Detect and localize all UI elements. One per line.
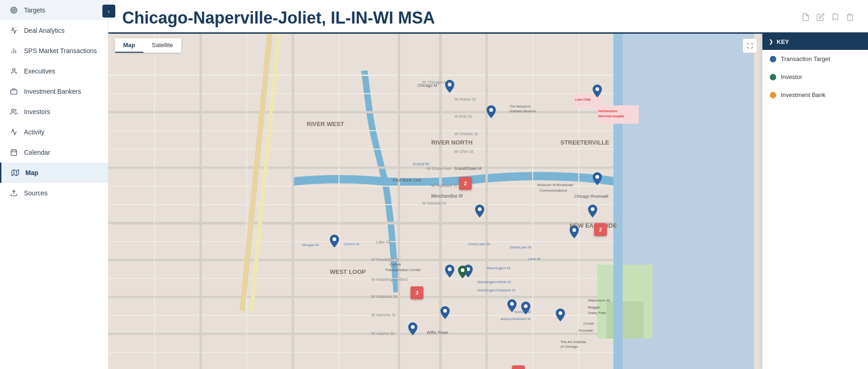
map-icon [11, 168, 20, 177]
svg-rect-9 [11, 150, 17, 156]
sidebar-item-sps-market-transactions[interactable]: SPS Market Transactions [0, 41, 108, 61]
sidebar-item-sources[interactable]: Sources [0, 183, 108, 203]
svg-text:W Erie St: W Erie St [454, 114, 472, 119]
marker-pin-14[interactable] [521, 302, 530, 316]
calendar-icon [9, 148, 18, 157]
marker-pin-2[interactable] [487, 105, 496, 120]
marker-pin-8[interactable] [570, 225, 579, 240]
key-label-0: Transaction Target [781, 55, 830, 62]
map-expand-button[interactable] [743, 38, 757, 53]
key-collapse-icon[interactable]: ❯ [769, 39, 773, 45]
svg-text:Grand M: Grand M [413, 162, 429, 166]
document-action-button[interactable] [802, 13, 810, 24]
svg-text:Fountain: Fountain [579, 328, 593, 333]
sidebar-collapse-button[interactable]: ‹ [102, 5, 115, 18]
key-dot-0 [770, 56, 776, 62]
sidebar-item-label-map: Map [25, 169, 38, 176]
marker-pin-5[interactable] [475, 205, 484, 219]
svg-text:Merchandise M: Merchandise M [431, 194, 463, 199]
marker-pin-12[interactable] [440, 306, 450, 321]
person-icon [9, 67, 18, 76]
svg-rect-47 [613, 34, 623, 369]
svg-text:Communications: Communications [540, 188, 567, 193]
sidebar-item-investors[interactable]: Investors [0, 102, 108, 122]
svg-text:Transportation Center: Transportation Center [385, 268, 421, 272]
svg-text:State/Lake M: State/Lake M [510, 245, 531, 249]
svg-text:Ogilvie: Ogilvie [390, 262, 401, 266]
svg-text:W Grand Ave: W Grand Ave [427, 166, 451, 171]
svg-text:Maggie: Maggie [588, 305, 600, 309]
marker-pin-13[interactable] [507, 299, 517, 314]
cluster-marker-1[interactable]: 2 [459, 177, 472, 190]
svg-text:Adams/Wabash M: Adams/Wabash M [500, 317, 530, 321]
svg-point-109 [572, 228, 576, 232]
marker-pin-4[interactable] [593, 172, 602, 187]
cluster-marker-3[interactable]: 3 [410, 286, 423, 299]
map-tab-satellite[interactable]: Satellite [143, 38, 181, 53]
chart-icon [9, 46, 18, 55]
sidebar-item-targets[interactable]: Targets [0, 0, 108, 20]
marker-pin-6[interactable] [588, 205, 597, 219]
svg-text:W Washington Blvd: W Washington Blvd [371, 277, 407, 282]
page-title: Chicago-Naperville-Joliet, IL-IN-WI MSA [122, 8, 435, 28]
key-item-0: Transaction Target [762, 50, 868, 68]
sidebar-item-label-sources: Sources [24, 189, 48, 197]
key-item-2: Investment Bank [762, 86, 868, 104]
map-tab-map[interactable]: Map [115, 38, 143, 53]
svg-text:Driehaus Museum: Driehaus Museum [510, 109, 536, 113]
svg-text:The Art Institute: The Art Institute [560, 340, 587, 344]
svg-point-104 [595, 87, 599, 91]
sidebar-item-activity[interactable]: Activity [0, 122, 108, 142]
key-dot-2 [770, 92, 776, 98]
svg-rect-7 [11, 90, 17, 94]
marker-pin-1[interactable] [445, 80, 454, 95]
sidebar-item-label-activity: Activity [24, 128, 44, 136]
svg-text:Daley Park: Daley Park [588, 311, 606, 315]
trash-action-button[interactable] [846, 13, 854, 24]
sidebar-item-map[interactable]: Map [0, 163, 108, 183]
svg-text:Clark/Lake M: Clark/Lake M [468, 242, 490, 246]
key-title-label: KEY [777, 38, 789, 45]
map-background: RIVER WEST RIVER NORTH STREETERVILLE WES… [108, 34, 868, 369]
marker-investor-1[interactable] [458, 266, 467, 280]
key-dot-1 [770, 74, 776, 80]
svg-point-112 [411, 325, 415, 329]
svg-point-115 [524, 304, 528, 308]
header-actions [802, 13, 854, 24]
svg-text:Morgan M: Morgan M [302, 243, 319, 247]
svg-text:W Madison St: W Madison St [371, 294, 398, 299]
marker-pin-9[interactable] [445, 265, 454, 279]
marker-pin-11[interactable] [408, 322, 417, 337]
svg-point-106 [478, 207, 482, 211]
sidebar-item-deal-analytics[interactable]: Deal Analytics [0, 20, 108, 41]
sidebar-item-label-calendar: Calendar [24, 149, 50, 156]
analytics-icon [9, 26, 18, 35]
cluster-marker-2[interactable]: 2 [594, 223, 607, 236]
target-icon [9, 6, 18, 15]
key-header: ❯ KEY [762, 34, 868, 50]
svg-text:W Randolph St: W Randolph St [371, 257, 399, 262]
sidebar-item-label-executives: Executives [24, 67, 55, 75]
page-header: Chicago-Naperville-Joliet, IL-IN-WI MSA [108, 0, 868, 34]
bookmark-action-button[interactable] [831, 13, 839, 24]
marker-pin-15[interactable] [556, 309, 565, 323]
activity-icon [9, 127, 18, 137]
svg-point-2 [13, 10, 15, 11]
sidebar-item-calendar[interactable]: Calendar [0, 142, 108, 163]
svg-text:Lake St: Lake St [376, 240, 390, 244]
sidebar-item-investment-bankers[interactable]: Investment Bankers [0, 81, 108, 102]
group-icon [9, 107, 18, 116]
marker-pin-7[interactable] [330, 235, 339, 249]
sources-icon [9, 188, 18, 198]
map-tabs: Map Satellite [115, 38, 181, 53]
sidebar-item-executives[interactable]: Executives [0, 61, 108, 81]
edit-action-button[interactable] [816, 13, 825, 24]
marker-pin-3[interactable] [593, 85, 602, 99]
sidebar-item-label-investors: Investors [24, 108, 50, 115]
svg-text:Crown: Crown [583, 321, 594, 326]
svg-point-108 [333, 237, 336, 241]
cluster-marker-4[interactable]: 3 [512, 365, 525, 369]
svg-point-110 [448, 267, 452, 271]
svg-text:W Ohio St: W Ohio St [454, 149, 474, 154]
svg-text:Clinton M: Clinton M [344, 242, 359, 246]
